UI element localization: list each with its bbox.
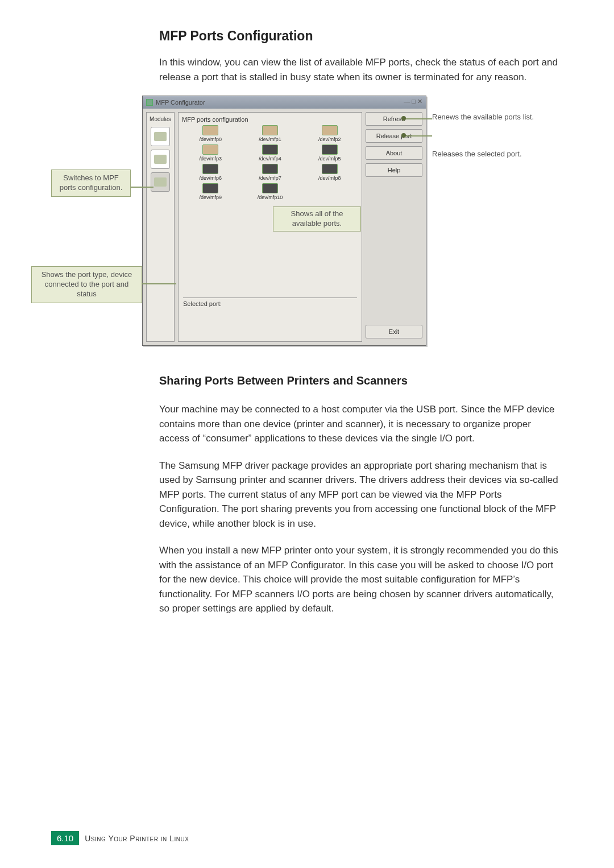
window-controls[interactable]: — □ ✕ <box>404 98 422 105</box>
selected-port-label: Selected port: <box>183 297 357 307</box>
printer-icon <box>154 132 167 141</box>
port-item[interactable]: /dev/mfp3 <box>182 144 239 162</box>
port-label: /dev/mfp6 <box>200 175 222 181</box>
body-paragraph-3: When you install a new MFP printer onto … <box>159 543 563 616</box>
window-icon <box>146 99 153 106</box>
port-item[interactable]: /dev/mfp9 <box>182 183 239 200</box>
port-item[interactable]: /dev/mfp10 <box>242 183 299 200</box>
port-icon <box>202 144 218 155</box>
screenshot-region: MFP Configurator — □ ✕ Modules MFP ports… <box>51 96 563 357</box>
port-item[interactable]: /dev/mfp4 <box>242 144 299 162</box>
callout-dot <box>401 116 406 121</box>
port-label: /dev/mfp5 <box>318 156 341 162</box>
port-label: /dev/mfp9 <box>200 195 222 200</box>
port-item[interactable]: /dev/mfp8 <box>301 164 358 181</box>
port-icon <box>322 144 338 155</box>
window-title: MFP Configurator <box>156 99 205 106</box>
module-scanners-button[interactable] <box>151 150 170 169</box>
module-ports-button[interactable] <box>151 172 170 192</box>
page-title: MFP Ports Configuration <box>159 28 563 44</box>
callout-line <box>404 135 432 137</box>
port-icon <box>262 125 278 135</box>
page-footer: 6.10 Using Your Printer in Linux <box>51 831 189 845</box>
callout-line <box>404 118 432 119</box>
ports-fieldset-label: MFP ports configuration <box>182 116 358 123</box>
port-icon <box>202 125 218 135</box>
ports-icon <box>154 177 167 187</box>
callout-line <box>142 283 176 284</box>
intro-paragraph: In this window, you can view the list of… <box>159 55 563 84</box>
port-icon <box>322 164 338 174</box>
port-label: /dev/mfp2 <box>318 137 341 142</box>
body-paragraph-2: The Samsung MFP driver package provides … <box>159 458 563 531</box>
port-icon <box>262 144 278 155</box>
callout-line <box>131 187 154 188</box>
callout-shows-all: Shows all of the available ports. <box>273 206 361 232</box>
help-button[interactable]: Help <box>366 163 422 177</box>
port-label: /dev/mfp7 <box>259 175 281 181</box>
port-item[interactable]: /dev/mfp5 <box>301 144 358 162</box>
callout-releases: Releases the selected port. <box>432 150 557 159</box>
port-icon <box>262 164 278 174</box>
port-label: /dev/mfp10 <box>258 195 283 200</box>
body-paragraph-1: Your machine may be connected to a host … <box>159 402 563 446</box>
modules-sidebar: Modules <box>146 112 175 342</box>
port-label: /dev/mfp1 <box>259 137 281 142</box>
port-icon <box>202 183 218 193</box>
port-item[interactable]: /dev/mfp0 <box>182 125 239 142</box>
callout-switches: Switches to MPF ports configuration. <box>51 170 131 197</box>
page-number: 6.10 <box>51 831 79 845</box>
port-label: /dev/mfp3 <box>200 156 222 162</box>
chapter-name: Using Your Printer in Linux <box>85 834 189 843</box>
port-item[interactable]: /dev/mfp6 <box>182 164 239 181</box>
module-printers-button[interactable] <box>151 127 170 146</box>
subheading: Sharing Ports Between Printers and Scann… <box>159 374 563 387</box>
port-icon <box>262 183 278 193</box>
scanner-icon <box>154 155 167 164</box>
ports-grid: /dev/mfp0 /dev/mfp1 /dev/mfp2 /dev/mfp3 … <box>182 125 358 200</box>
port-icon <box>202 164 218 174</box>
port-item[interactable]: /dev/mfp7 <box>242 164 299 181</box>
port-item[interactable]: /dev/mfp2 <box>301 125 358 142</box>
port-label: /dev/mfp0 <box>200 137 222 142</box>
window-titlebar: MFP Configurator — □ ✕ <box>143 96 426 109</box>
port-item[interactable]: /dev/mfp1 <box>242 125 299 142</box>
about-button[interactable]: About <box>366 146 422 160</box>
port-label: /dev/mfp8 <box>318 175 341 181</box>
port-label: /dev/mfp4 <box>259 156 281 162</box>
callout-port-type: Shows the port type, device connected to… <box>31 266 142 303</box>
modules-label: Modules <box>150 116 171 122</box>
exit-button[interactable]: Exit <box>366 325 422 338</box>
callout-renews: Renews the available ports list. <box>432 113 551 122</box>
port-icon <box>322 125 338 135</box>
callout-dot <box>401 133 406 138</box>
right-button-column: Refresh Release port About Help Exit <box>366 112 422 342</box>
